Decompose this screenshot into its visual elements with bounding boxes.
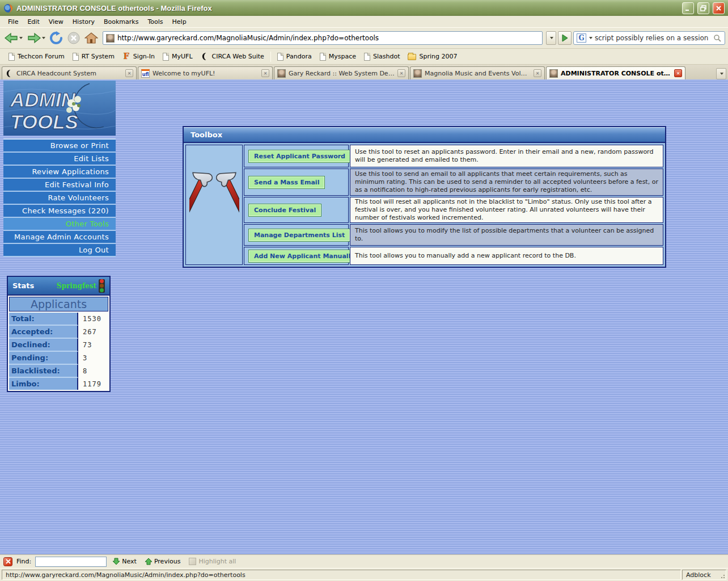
search-box[interactable]: G bbox=[573, 31, 725, 45]
bookmark-label: Slashdot bbox=[373, 53, 400, 60]
find-previous-button[interactable]: Previous bbox=[143, 557, 183, 566]
tab-close-icon[interactable]: ✕ bbox=[674, 69, 682, 77]
tab-gary-reckard[interactable]: Gary Reckard :: Web System Develop... ✕ bbox=[274, 66, 409, 79]
menu-bookmarks[interactable]: Bookmarks bbox=[99, 16, 143, 27]
tab-label: Gary Reckard :: Web System Develop... bbox=[289, 70, 395, 77]
bookmark-myufl[interactable]: MyUFL bbox=[159, 51, 197, 62]
forward-button[interactable] bbox=[26, 30, 46, 46]
tab-close-icon[interactable]: ✕ bbox=[261, 69, 269, 77]
back-history-dropdown[interactable] bbox=[19, 37, 23, 39]
reset-applicant-password-button[interactable]: Reset Applicant Password bbox=[248, 150, 351, 163]
sidebar-item-manage-admin-accounts[interactable]: Manage Admin Accounts bbox=[3, 231, 116, 244]
tool-description-text: Use this tool to send an email to all ap… bbox=[355, 170, 658, 195]
adblock-status[interactable]: Adblock bbox=[682, 570, 726, 580]
find-highlight-all-button[interactable]: Highlight all bbox=[187, 557, 238, 566]
stat-label: Blacklisted: bbox=[9, 365, 78, 378]
stop-button[interactable] bbox=[66, 30, 82, 46]
manage-departments-list-button[interactable]: Manage Departments List bbox=[248, 229, 350, 242]
back-button[interactable] bbox=[3, 30, 24, 46]
status-bar: http://www.garyreckard.com/MagnoliaMusic… bbox=[0, 568, 728, 581]
url-history-dropdown[interactable] bbox=[546, 31, 556, 45]
tab-myufl[interactable]: ufl Welcome to myUFL! ✕ bbox=[138, 66, 273, 79]
menu-edit[interactable]: Edit bbox=[23, 16, 44, 27]
menu-help[interactable]: Help bbox=[168, 16, 191, 27]
stat-value: 1179 bbox=[78, 378, 108, 390]
tab-list-dropdown[interactable] bbox=[716, 68, 726, 79]
tab-label: CIRCA Headcount System bbox=[16, 70, 122, 77]
stat-label: Declined: bbox=[9, 339, 78, 352]
status-url-text: http://www.garyreckard.com/MagnoliaMusic… bbox=[2, 570, 681, 580]
search-input[interactable] bbox=[595, 34, 711, 42]
tool-description-text: Use this tool to reset an applicants pas… bbox=[355, 148, 658, 165]
applicants-section-header: Applicants bbox=[9, 297, 108, 311]
page-icon bbox=[9, 53, 15, 61]
bookmark-slashdot[interactable]: Slashdot bbox=[360, 51, 404, 62]
tool-button-cell: Manage Departments List bbox=[244, 224, 349, 246]
sidebar-item-rate-volunteers[interactable]: Rate Volunteers bbox=[3, 192, 116, 205]
stat-value: 73 bbox=[78, 339, 108, 352]
bookmark-pandora[interactable]: Pandora bbox=[273, 51, 316, 62]
bookmark-spring-2007[interactable]: Spring 2007 bbox=[404, 51, 461, 62]
tab-close-icon[interactable]: ✕ bbox=[125, 69, 133, 77]
bookmark-sign-in[interactable]: FSign-In bbox=[118, 50, 159, 62]
sidebar-item-edit-festival-info[interactable]: Edit Festival Info bbox=[3, 179, 116, 192]
conclude-festival-button[interactable]: Conclude Festival bbox=[248, 204, 321, 217]
sidebar-item-log-out[interactable]: Log Out bbox=[3, 244, 116, 257]
tab-administrator-console[interactable]: ADMINISTRATOR CONSOLE othert... ✕ bbox=[546, 66, 685, 79]
bookmark-circa-web-suite[interactable]: CIRCA Web Suite bbox=[197, 50, 268, 62]
bookmarks-toolbar: Techcon Forum RT System FSign-In MyUFL C… bbox=[0, 49, 728, 65]
restore-button[interactable] bbox=[697, 2, 709, 14]
sidebar-item-review-applications[interactable]: Review Applications bbox=[3, 166, 116, 179]
ufl-icon: ufl bbox=[141, 69, 150, 78]
find-label: Find: bbox=[16, 558, 31, 565]
tool-button-cell: Conclude Festival bbox=[244, 197, 349, 223]
sidebar-item-other-tools[interactable]: Other Tools bbox=[3, 218, 116, 231]
tab-close-icon[interactable]: ✕ bbox=[534, 69, 541, 77]
url-bar[interactable] bbox=[103, 31, 543, 45]
stat-value: 8 bbox=[78, 365, 108, 378]
home-button[interactable] bbox=[83, 30, 99, 46]
resize-grip[interactable] bbox=[719, 573, 725, 579]
stat-label: Accepted: bbox=[9, 326, 78, 339]
close-button[interactable] bbox=[713, 2, 725, 14]
search-icon[interactable] bbox=[713, 34, 722, 43]
menu-file[interactable]: File bbox=[3, 16, 23, 27]
stats-panel: Stats Springfest Applicants Total:1530 A… bbox=[7, 276, 111, 392]
find-next-label: Next bbox=[122, 558, 137, 565]
toolbox-header: Toolbox bbox=[184, 127, 665, 143]
find-input[interactable] bbox=[35, 557, 107, 567]
bookmark-myspace[interactable]: Myspace bbox=[316, 51, 360, 62]
traffic-light-icon bbox=[99, 279, 105, 293]
tab-magnolia-music[interactable]: Magnolia Music and Events Volunteer ... … bbox=[410, 66, 545, 79]
find-close-icon[interactable] bbox=[3, 557, 12, 566]
tool-button-cell: Send a Mass Email bbox=[244, 169, 349, 196]
adblock-label: Adblock bbox=[686, 571, 711, 579]
send-mass-email-button[interactable]: Send a Mass Email bbox=[248, 176, 325, 189]
go-button[interactable] bbox=[558, 31, 572, 45]
search-engine-dropdown[interactable] bbox=[589, 37, 592, 39]
bookmark-rt-system[interactable]: RT System bbox=[69, 51, 118, 62]
forward-history-dropdown[interactable] bbox=[42, 37, 45, 39]
sidebar-item-browse-or-print[interactable]: Browse or Print bbox=[3, 140, 116, 153]
reload-button[interactable] bbox=[48, 30, 64, 46]
admin-tools-logo: ADMIN TOOLS bbox=[3, 81, 116, 136]
find-bar: Find: Next Previous Highlight all bbox=[0, 554, 728, 568]
sidebar-item-check-messages[interactable]: Check Messages (220) bbox=[3, 205, 116, 218]
tab-circa-headcount[interactable]: CIRCA Headcount System ✕ bbox=[2, 66, 137, 79]
menu-view[interactable]: View bbox=[44, 16, 68, 27]
bookmark-techcon-forum[interactable]: Techcon Forum bbox=[5, 51, 69, 62]
google-engine-icon[interactable]: G bbox=[577, 33, 586, 43]
tab-close-icon[interactable]: ✕ bbox=[397, 69, 405, 77]
sidebar-item-edit-lists[interactable]: Edit Lists bbox=[3, 153, 116, 166]
title-bar: ADMINISTRATOR CONSOLE othertools - Mozil… bbox=[0, 0, 728, 16]
hammers-image-cell bbox=[185, 145, 243, 265]
url-input[interactable] bbox=[117, 34, 539, 42]
find-highlight-label: Highlight all bbox=[198, 558, 236, 565]
stat-value: 1530 bbox=[78, 313, 108, 326]
minimize-button[interactable] bbox=[682, 2, 694, 14]
page-icon bbox=[364, 53, 370, 61]
menu-tools[interactable]: Tools bbox=[143, 16, 167, 27]
menu-history[interactable]: History bbox=[68, 16, 99, 27]
add-new-applicant-manually-button[interactable]: Add New Applicant Manually bbox=[248, 250, 361, 263]
find-next-button[interactable]: Next bbox=[111, 557, 139, 566]
